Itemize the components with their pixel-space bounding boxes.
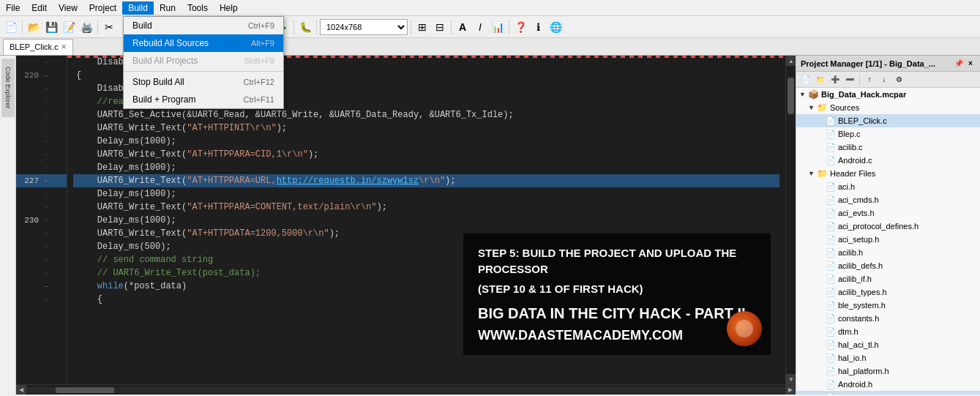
menu-item-build-all-projects[interactable]: Build All Projects Shift+F9 — [124, 52, 283, 70]
toolbar-btn-save[interactable]: 💾 — [43, 19, 59, 35]
menu-edit[interactable]: Edit — [26, 1, 53, 15]
tree-file-hal-aci-tl-h[interactable]: 📄 hal_aci_tl.h — [796, 338, 980, 351]
tree-root[interactable]: ▼ 📦 Big_Data_Hack.mcpar — [796, 88, 980, 101]
panel-close-btn[interactable]: × — [965, 59, 976, 69]
tree-file-aci-cmds-h[interactable]: 📄 aci_cmds.h — [796, 193, 980, 206]
tree-file-ble-system-h[interactable]: 📄 ble_system.h — [796, 299, 980, 312]
tree-file-acilib-types-h[interactable]: 📄 acilib_types.h — [796, 285, 980, 299]
menu-view[interactable]: View — [53, 1, 83, 15]
tree-file-android-h[interactable]: 📄 Android.h — [796, 378, 980, 391]
menu-project[interactable]: Project — [83, 1, 122, 15]
acilib-defs-icon: 📄 — [826, 261, 836, 271]
tree-file-aci-evts-h[interactable]: 📄 aci_evts.h — [796, 206, 980, 220]
hscroll-track[interactable] — [26, 387, 785, 393]
tree-file-blep[interactable]: 📄 Blep.c — [796, 127, 980, 141]
toolbar-btn-debug[interactable]: 🐛 — [297, 19, 313, 35]
menu-sep — [124, 71, 283, 72]
tree-file-acilib-if-h[interactable]: 📄 acilib_if.h — [796, 272, 980, 285]
menu-item-build-program[interactable]: Build + Program Ctrl+F11 — [124, 91, 283, 108]
panel-btn-settings[interactable]: ⚙ — [892, 73, 905, 86]
menu-stop-shortcut: Ctrl+F12 — [244, 78, 275, 86]
hscroll-thumb[interactable] — [56, 387, 114, 393]
constants-icon: 📄 — [826, 314, 836, 324]
scrollbar-thumb[interactable] — [788, 78, 794, 114]
panel-btn-down[interactable]: ↓ — [878, 73, 891, 86]
toolbar-btn-saveall[interactable]: 📝 — [61, 19, 77, 35]
scrollbar-down-arrow[interactable]: ▼ — [786, 374, 796, 384]
toolbar-btn-new[interactable]: 📄 — [3, 19, 19, 35]
overlay-title: BIG DATA IN THE CITY HACK - PART II — [478, 303, 756, 324]
tree-file-hal-platform-h[interactable]: 📄 hal_platform.h — [796, 365, 980, 378]
tree-file-blep-click[interactable]: 📄 BLEP_Click.c — [796, 114, 980, 127]
resolution-dropdown[interactable]: 1024x768 — [320, 19, 408, 35]
tree-file-acilib-defs-h[interactable]: 📄 acilib_defs.h — [796, 259, 980, 272]
line-number-gutter: · 220 - · · — [16, 56, 67, 384]
toolbar-btn-info[interactable]: ℹ — [530, 19, 546, 35]
panel-btn-folder[interactable]: 📁 — [814, 73, 827, 86]
toolbar-btn-grid2[interactable]: ⊟ — [432, 19, 448, 35]
toolbar-btn-help[interactable]: ❓ — [512, 19, 528, 35]
menu-build[interactable]: Build — [122, 1, 154, 15]
tree-file-acilib-h[interactable]: 📄 acilib.h — [796, 246, 980, 259]
panel-btn-add[interactable]: ➕ — [828, 73, 842, 86]
file-acilib-label: acilib.c — [838, 143, 863, 152]
panel-pin-btn[interactable]: 📌 — [954, 59, 964, 69]
tree-root-label: Big_Data_Hack.mcpar — [821, 90, 906, 99]
menu-file[interactable]: File — [0, 1, 26, 15]
tree-file-aci-setup-h[interactable]: 📄 aci_setup.h — [796, 233, 980, 246]
toolbar-btn-open[interactable]: 📂 — [26, 19, 42, 35]
toolbar-btn-grid[interactable]: ⊞ — [414, 19, 430, 35]
menu-item-stop-build[interactable]: Stop Build All Ctrl+F12 — [124, 73, 283, 91]
sidebar-code-explorer[interactable]: Code Explorer — [1, 59, 15, 117]
toolbar-btn-a[interactable]: A — [455, 19, 471, 35]
code-line-httpinit: UART6_Write_Text("AT+HTTPINIT\r\n"); — [73, 122, 779, 135]
aci-cmds-icon: 📄 — [826, 195, 836, 205]
toolbar-sep-2 — [97, 20, 98, 34]
menu-help[interactable]: Help — [214, 1, 244, 15]
panel-sep — [859, 74, 860, 86]
horizontal-scrollbar[interactable]: ◀ ▶ — [16, 384, 796, 395]
tree-file-services-h[interactable]: 📄 services.h — [796, 391, 980, 395]
overlay-url: WWW.DAASTEMACADEMY.COM — [478, 328, 756, 343]
headerfiles-arrow[interactable]: ▼ — [808, 170, 817, 177]
project-tree[interactable]: ▼ 📦 Big_Data_Hack.mcpar ▼ 📁 Sources 📄 BL… — [796, 88, 980, 395]
hscroll-left-arrow[interactable]: ◀ — [16, 385, 26, 395]
tutorial-overlay: STEP 5: BUILD THE PROJECT AND UPLOAD THE… — [463, 234, 771, 356]
root-arrow[interactable]: ▼ — [799, 91, 808, 98]
tab-blep-click[interactable]: BLEP_Click.c × — [3, 39, 73, 55]
tab-close-btn[interactable]: × — [61, 42, 67, 52]
tree-headerfiles-folder[interactable]: ▼ 📁 Header Files — [796, 167, 980, 180]
toolbar-sep-7 — [316, 20, 317, 34]
tree-file-aci-h[interactable]: 📄 aci.h — [796, 180, 980, 193]
vertical-scrollbar[interactable]: ▲ ▼ — [785, 56, 796, 384]
toolbar-btn-chart[interactable]: 📊 — [490, 19, 506, 35]
tree-sources-folder[interactable]: ▼ 📁 Sources — [796, 101, 980, 114]
menubar: File Edit View Project Build Run Tools H… — [0, 0, 980, 16]
tree-file-hal-io-h[interactable]: 📄 hal_io.h — [796, 351, 980, 365]
toolbar-btn-web[interactable]: 🌐 — [547, 19, 564, 35]
panel-btn-new[interactable]: 📄 — [799, 73, 812, 86]
panel-btn-remove[interactable]: ➖ — [843, 73, 856, 86]
code-explorer-label: Code Explorer — [4, 67, 12, 109]
menu-item-build[interactable]: Build Ctrl+F9 — [124, 17, 283, 34]
hscroll-right-arrow[interactable]: ▶ — [785, 385, 796, 395]
tree-file-dtm-h[interactable]: 📄 dtm.h — [796, 325, 980, 338]
scrollbar-up-arrow[interactable]: ▲ — [786, 56, 796, 66]
toolbar-btn-i[interactable]: I — [472, 19, 488, 35]
toolbar-btn-print[interactable]: 🖨️ — [78, 19, 94, 35]
sources-arrow[interactable]: ▼ — [808, 104, 817, 111]
toolbar-sep-10 — [509, 20, 509, 34]
panel-btn-up[interactable]: ↑ — [863, 73, 876, 86]
toolbar-sep-1 — [22, 20, 23, 34]
tree-file-android[interactable]: 📄 Android.c — [796, 154, 980, 167]
menu-run[interactable]: Run — [154, 1, 182, 15]
menu-item-rebuild-all[interactable]: Rebuild All Sources Alt+F9 — [124, 34, 283, 52]
menu-buildprog-label: Build + Program — [132, 94, 195, 105]
tree-file-aci-protocol-h[interactable]: 📄 aci_protocol_defines.h — [796, 220, 980, 233]
left-sidebar: Code Explorer — [0, 56, 16, 395]
menu-tools[interactable]: Tools — [182, 1, 214, 15]
toolbar-sep-8 — [411, 20, 411, 34]
toolbar-btn-cut[interactable]: ✂ — [101, 19, 117, 35]
tree-file-acilib[interactable]: 📄 acilib.c — [796, 141, 980, 154]
tree-file-constants-h[interactable]: 📄 constants.h — [796, 312, 980, 325]
